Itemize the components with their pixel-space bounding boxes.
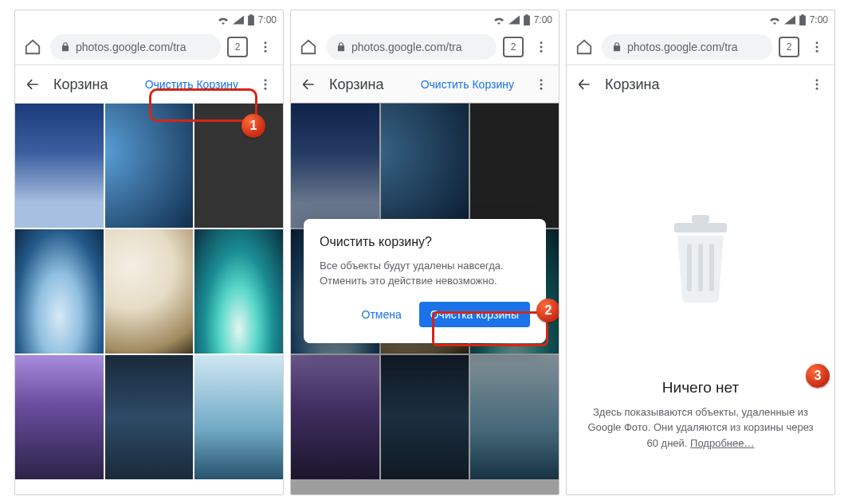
url-text: photos.google.com/tra bbox=[76, 41, 186, 53]
photo-thumb[interactable] bbox=[194, 229, 283, 354]
page-menu-button[interactable] bbox=[530, 73, 552, 96]
url-bar[interactable]: photos.google.com/tra bbox=[50, 34, 221, 60]
url-bar[interactable]: photos.google.com/tra bbox=[602, 34, 772, 60]
cancel-button[interactable]: Отмена bbox=[351, 302, 413, 327]
svg-point-6 bbox=[540, 41, 543, 44]
page-menu-button[interactable] bbox=[806, 73, 828, 96]
clock: 7:00 bbox=[534, 14, 552, 25]
svg-point-14 bbox=[816, 50, 819, 53]
photo-thumb[interactable] bbox=[15, 104, 104, 228]
confirm-empty-button[interactable]: Очистка корзины bbox=[419, 302, 530, 327]
photo-thumb[interactable] bbox=[105, 229, 194, 354]
photo-thumb[interactable] bbox=[105, 355, 194, 479]
page-menu-button[interactable] bbox=[254, 73, 277, 96]
more-vert-icon bbox=[810, 77, 824, 92]
more-vert-icon bbox=[534, 40, 548, 54]
home-button[interactable] bbox=[22, 36, 44, 58]
url-text: photos.google.com/tra bbox=[627, 41, 738, 53]
svg-point-5 bbox=[265, 88, 267, 90]
home-button[interactable] bbox=[573, 36, 595, 58]
svg-point-15 bbox=[816, 79, 819, 81]
battery-icon bbox=[799, 14, 807, 25]
browser-address-bar: photos.google.com/tra 2 bbox=[291, 29, 559, 65]
tab-switcher[interactable]: 2 bbox=[503, 37, 524, 57]
photo-thumb[interactable] bbox=[194, 104, 283, 228]
empty-trash-button[interactable]: Очистить Корзину bbox=[139, 73, 245, 96]
empty-state: Ничего нет Здесь показываются объекты, у… bbox=[567, 104, 834, 495]
empty-title: Ничего нет bbox=[662, 379, 739, 397]
svg-point-10 bbox=[540, 84, 543, 86]
svg-rect-18 bbox=[674, 223, 727, 232]
clock: 7:00 bbox=[258, 14, 277, 25]
browser-menu-button[interactable] bbox=[254, 36, 277, 58]
status-bar: 7:00 bbox=[15, 10, 283, 29]
svg-point-4 bbox=[265, 84, 267, 86]
cell-signal-icon bbox=[233, 15, 244, 25]
svg-rect-19 bbox=[692, 215, 709, 223]
battery-icon bbox=[523, 14, 531, 25]
arrow-back-icon bbox=[25, 76, 41, 92]
page-title: Корзина bbox=[329, 76, 384, 93]
browser-menu-button[interactable] bbox=[530, 36, 552, 58]
lock-icon bbox=[336, 41, 347, 53]
more-vert-icon bbox=[258, 77, 273, 92]
svg-rect-20 bbox=[687, 244, 692, 291]
dialog-title: Очистить корзину? bbox=[320, 235, 530, 249]
svg-point-17 bbox=[816, 88, 819, 90]
url-text: photos.google.com/tra bbox=[351, 41, 462, 53]
cell-signal-icon bbox=[784, 15, 795, 25]
svg-point-9 bbox=[540, 79, 543, 81]
learn-more-link[interactable]: Подробнее… bbox=[690, 437, 754, 449]
svg-point-3 bbox=[265, 79, 267, 81]
trash-toolbar: Корзина Очистить Корзину bbox=[15, 65, 283, 104]
empty-trash-button[interactable]: Очистить Корзину bbox=[414, 73, 520, 96]
svg-point-13 bbox=[816, 46, 819, 49]
trash-illustration bbox=[657, 204, 744, 307]
page-title: Корзина bbox=[605, 76, 660, 93]
svg-point-2 bbox=[265, 50, 267, 53]
status-bar: 7:00 bbox=[567, 10, 834, 29]
photo-thumb[interactable] bbox=[105, 104, 194, 228]
home-button[interactable] bbox=[297, 36, 320, 58]
status-bar: 7:00 bbox=[291, 10, 559, 29]
svg-point-11 bbox=[540, 88, 543, 90]
dialog-body: Все объекты будут удалены навсегда. Отме… bbox=[320, 259, 530, 289]
tab-switcher[interactable]: 2 bbox=[227, 37, 248, 57]
arrow-back-icon bbox=[300, 76, 316, 92]
tab-switcher[interactable]: 2 bbox=[779, 37, 799, 57]
photo-thumb[interactable] bbox=[15, 355, 104, 479]
more-vert-icon bbox=[258, 40, 273, 54]
screenshot-step-3: 7:00 photos.google.com/tra 2 Корзина bbox=[566, 10, 835, 495]
photo-thumb[interactable] bbox=[194, 355, 283, 479]
svg-rect-22 bbox=[709, 244, 714, 291]
trash-toolbar: Корзина Очистить Корзину bbox=[291, 65, 559, 104]
more-vert-icon bbox=[534, 77, 548, 92]
svg-point-8 bbox=[540, 50, 543, 53]
browser-address-bar: photos.google.com/tra 2 bbox=[15, 29, 283, 65]
arrow-back-icon bbox=[576, 76, 592, 92]
more-vert-icon bbox=[810, 40, 824, 54]
battery-icon bbox=[247, 14, 255, 25]
wifi-icon bbox=[217, 15, 230, 25]
cell-signal-icon bbox=[508, 15, 520, 25]
trash-toolbar: Корзина bbox=[567, 65, 834, 104]
svg-point-7 bbox=[540, 46, 543, 49]
photo-thumb[interactable] bbox=[15, 229, 104, 354]
svg-point-1 bbox=[265, 46, 267, 49]
back-button[interactable] bbox=[297, 73, 320, 96]
browser-menu-button[interactable] bbox=[806, 36, 828, 58]
back-button[interactable] bbox=[22, 73, 44, 96]
screenshot-step-2: 7:00 photos.google.com/tra 2 Корзина Очи… bbox=[290, 10, 559, 495]
lock-icon bbox=[60, 41, 71, 53]
back-button[interactable] bbox=[573, 73, 595, 96]
home-icon bbox=[300, 38, 317, 56]
url-bar[interactable]: photos.google.com/tra bbox=[326, 34, 497, 60]
browser-address-bar: photos.google.com/tra 2 bbox=[567, 29, 834, 65]
svg-point-16 bbox=[816, 84, 819, 86]
home-icon bbox=[575, 38, 593, 56]
empty-trash-dialog: Очистить корзину? Все объекты будут удал… bbox=[304, 219, 546, 343]
svg-point-12 bbox=[816, 41, 819, 44]
wifi-icon bbox=[493, 15, 505, 25]
wifi-icon bbox=[768, 15, 781, 25]
home-icon bbox=[24, 38, 41, 56]
